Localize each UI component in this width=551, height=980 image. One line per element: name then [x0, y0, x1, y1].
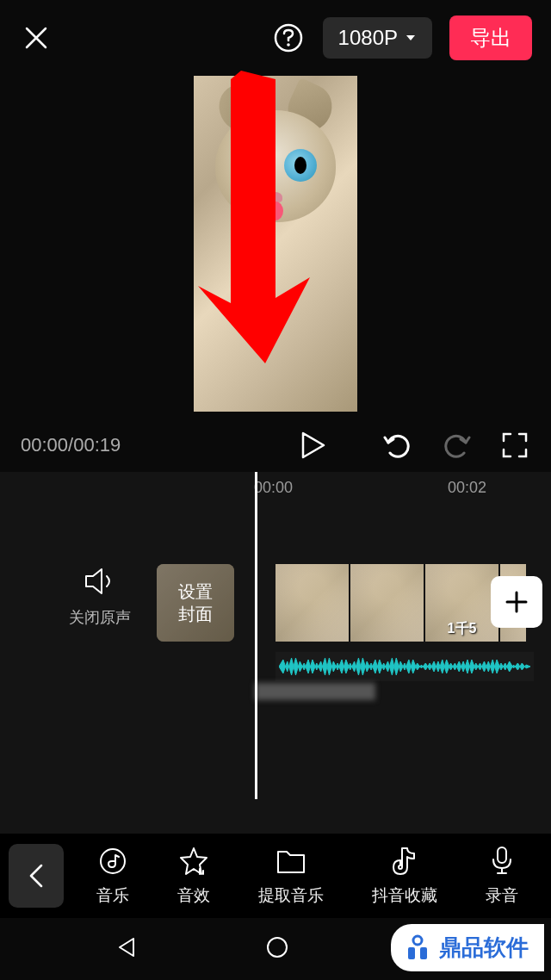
circle-home-icon: [265, 935, 289, 959]
playback-bar: 00:00/00:19: [0, 419, 551, 472]
svg-rect-3: [498, 847, 506, 863]
svg-point-6: [413, 936, 422, 945]
tool-extract-music[interactable]: 提取音乐: [258, 845, 324, 907]
redo-icon: [442, 432, 471, 458]
audio-clip[interactable]: [255, 683, 375, 700]
music-note-icon: [98, 847, 127, 876]
redo-button[interactable]: [441, 430, 472, 461]
tool-douyin-favorites[interactable]: 抖音收藏: [372, 845, 437, 907]
timeline-content: 关闭原声 设置 封面 1千5: [0, 504, 551, 685]
nav-back[interactable]: [115, 935, 139, 963]
folder-icon: [276, 848, 306, 874]
douyin-icon: [392, 847, 418, 876]
triangle-back-icon: [115, 935, 139, 959]
nav-home[interactable]: [265, 935, 289, 963]
timeline-area[interactable]: 00:00 00:02 关闭原声 设置 封面: [0, 472, 551, 834]
chevron-down-icon: [405, 34, 417, 42]
resolution-selector[interactable]: 1080P: [323, 17, 432, 59]
header-right: 1080P 导出: [271, 16, 532, 60]
header-bar: 1080P 导出: [0, 0, 551, 76]
export-button[interactable]: 导出: [449, 16, 532, 60]
video-preview[interactable]: [194, 76, 357, 412]
time-display: 00:00/00:19: [21, 434, 296, 456]
playhead[interactable]: [255, 472, 257, 799]
set-cover-button[interactable]: 设置 封面: [157, 564, 234, 642]
play-icon: [301, 431, 325, 459]
tool-label: 抖音收藏: [372, 884, 437, 907]
svg-point-4: [268, 938, 287, 957]
add-clip-button[interactable]: [491, 576, 542, 628]
mute-original-button[interactable]: 关闭原声: [69, 564, 131, 628]
watermark-text: 鼎品软件: [439, 933, 529, 963]
fullscreen-icon: [502, 432, 528, 458]
clip-thumbnail[interactable]: [276, 564, 349, 642]
close-icon: [23, 25, 49, 51]
watermark-badge: 鼎品软件: [391, 924, 544, 971]
ruler-mark: 00:00: [254, 479, 293, 497]
toolbar-back-button[interactable]: [9, 844, 64, 908]
watermark-logo-icon: [403, 933, 432, 963]
preview-area: [0, 76, 551, 419]
bottom-toolbar: 音乐 音效 提取音乐 抖: [0, 834, 551, 918]
play-button[interactable]: [296, 428, 331, 462]
preview-content: [215, 110, 336, 248]
svg-rect-8: [420, 947, 427, 959]
svg-rect-7: [408, 947, 415, 959]
tool-label: 音乐: [96, 884, 129, 907]
clip-thumbnail[interactable]: 1千5: [425, 564, 498, 642]
star-icon: [179, 847, 208, 876]
tool-music[interactable]: 音乐: [96, 845, 129, 907]
fullscreen-button[interactable]: [499, 430, 530, 461]
close-button[interactable]: [19, 21, 53, 55]
microphone-icon: [491, 846, 513, 877]
time-ruler: 00:00 00:02: [0, 472, 551, 504]
tool-label: 音效: [177, 884, 210, 907]
tool-label: 录音: [486, 884, 518, 907]
video-track[interactable]: 1千5: [276, 564, 526, 642]
audio-waveform: [279, 654, 530, 679]
mute-label: 关闭原声: [69, 607, 131, 628]
tool-record[interactable]: 录音: [486, 845, 518, 907]
plus-icon: [504, 589, 529, 615]
question-circle-icon: [273, 22, 304, 53]
undo-button[interactable]: [382, 430, 413, 461]
speaker-icon: [84, 568, 115, 595]
ruler-mark: 00:02: [448, 479, 486, 497]
tool-sound-effect[interactable]: 音效: [177, 845, 210, 907]
chevron-left-icon: [29, 864, 43, 888]
audio-track[interactable]: [276, 652, 534, 681]
playback-controls: [382, 430, 530, 461]
undo-icon: [383, 432, 412, 458]
clip-label: 1千5: [448, 620, 477, 638]
svg-point-1: [287, 43, 290, 47]
resolution-value: 1080P: [338, 26, 398, 50]
clip-thumbnail[interactable]: [350, 564, 424, 642]
help-button[interactable]: [271, 21, 306, 55]
tool-label: 提取音乐: [258, 884, 324, 907]
